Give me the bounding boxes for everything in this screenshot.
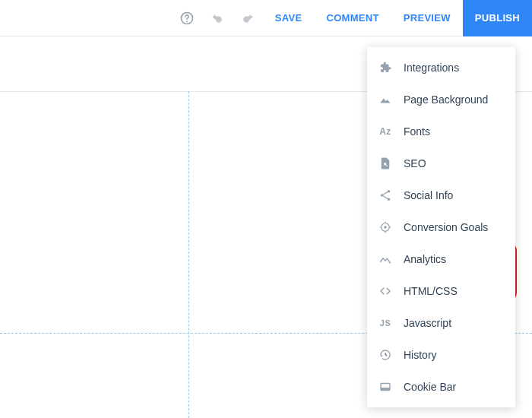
svg-point-2 bbox=[384, 163, 386, 165]
font-icon: Az bbox=[378, 126, 393, 137]
svg-point-5 bbox=[388, 198, 390, 201]
help-button[interactable] bbox=[172, 0, 202, 36]
menu-item-html-css[interactable]: HTML/CSS bbox=[367, 275, 515, 307]
menu-item-javascript[interactable]: JS Javascript bbox=[367, 307, 515, 339]
analytics-icon bbox=[378, 252, 393, 266]
menu-item-label: Javascript bbox=[404, 317, 451, 329]
menu-item-seo[interactable]: SEO bbox=[367, 147, 515, 179]
menu-item-label: Page Background bbox=[404, 93, 488, 106]
redo-icon bbox=[240, 11, 255, 26]
undo-icon bbox=[210, 11, 225, 26]
menu-item-analytics[interactable]: Analytics bbox=[367, 243, 515, 275]
help-icon bbox=[179, 11, 195, 26]
menu-item-label: Integrations bbox=[404, 62, 459, 74]
top-toolbar: SAVE COMMENT PREVIEW PUBLISH bbox=[0, 0, 532, 36]
redo-button[interactable] bbox=[233, 0, 263, 36]
svg-point-3 bbox=[388, 190, 390, 192]
undo-button[interactable] bbox=[202, 0, 233, 36]
settings-dropdown: Integrations Page Background Az Fonts SE… bbox=[367, 47, 515, 407]
share-icon bbox=[378, 188, 393, 202]
svg-point-7 bbox=[384, 226, 387, 229]
menu-item-history[interactable]: History bbox=[367, 339, 515, 371]
preview-button[interactable]: PREVIEW bbox=[391, 0, 463, 36]
mountains-icon bbox=[378, 93, 393, 106]
save-button[interactable]: SAVE bbox=[263, 0, 315, 36]
history-icon bbox=[378, 348, 393, 362]
menu-item-label: SEO bbox=[404, 157, 426, 169]
search-doc-icon bbox=[378, 157, 393, 170]
menu-item-label: Cookie Bar bbox=[404, 381, 456, 393]
menu-item-social-info[interactable]: Social Info bbox=[367, 179, 515, 211]
menu-item-label: Analytics bbox=[404, 253, 446, 265]
svg-rect-9 bbox=[381, 388, 390, 390]
svg-point-4 bbox=[381, 194, 383, 196]
target-icon bbox=[378, 220, 393, 234]
menu-item-label: HTML/CSS bbox=[404, 285, 458, 297]
comment-button[interactable]: COMMENT bbox=[315, 0, 391, 36]
puzzle-icon bbox=[378, 61, 393, 74]
menu-item-page-background[interactable]: Page Background bbox=[367, 84, 515, 116]
menu-item-label: Fonts bbox=[404, 125, 430, 138]
publish-button[interactable]: PUBLISH bbox=[463, 0, 532, 36]
menu-item-label: Social Info bbox=[404, 189, 453, 201]
menu-item-label: Conversion Goals bbox=[404, 221, 488, 233]
code-icon bbox=[378, 284, 393, 298]
menu-item-fonts[interactable]: Az Fonts bbox=[367, 116, 515, 147]
vertical-guide bbox=[188, 91, 189, 418]
svg-point-1 bbox=[186, 21, 188, 22]
menu-item-cookie-bar[interactable]: Cookie Bar bbox=[367, 371, 515, 403]
menu-item-integrations[interactable]: Integrations bbox=[367, 52, 515, 84]
js-icon: JS bbox=[378, 318, 393, 328]
menu-item-label: History bbox=[404, 349, 437, 361]
bottom-bar-icon bbox=[378, 380, 393, 394]
menu-item-conversion-goals[interactable]: Conversion Goals bbox=[367, 211, 515, 243]
